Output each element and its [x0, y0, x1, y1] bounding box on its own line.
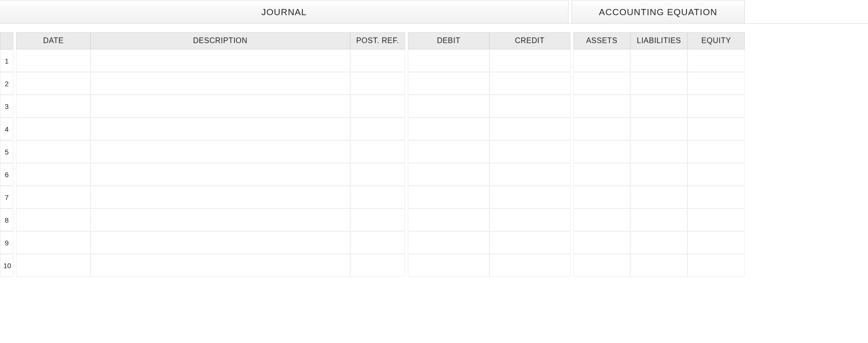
cell-assets[interactable]: [573, 140, 631, 163]
cell-description[interactable]: [90, 231, 350, 254]
cell-date[interactable]: [16, 254, 90, 277]
cell-date[interactable]: [16, 231, 90, 254]
cell-description[interactable]: [90, 117, 350, 140]
cell-liabilities[interactable]: [630, 49, 687, 72]
cell-equity[interactable]: [687, 49, 745, 72]
tab-accounting-equation[interactable]: ACCOUNTING EQUATION: [571, 0, 745, 23]
cell-assets[interactable]: [573, 49, 631, 72]
tab-journal[interactable]: JOURNAL: [0, 0, 569, 23]
cell-post-ref[interactable]: [350, 95, 406, 117]
cell-liabilities[interactable]: [630, 140, 687, 163]
cell-post-ref[interactable]: [350, 254, 406, 277]
cell-post-ref[interactable]: [350, 72, 406, 95]
cell-description[interactable]: [90, 186, 350, 208]
table-row: 7: [0, 186, 745, 208]
cell-post-ref[interactable]: [350, 231, 406, 254]
cell-date[interactable]: [16, 72, 90, 95]
cell-credit[interactable]: [489, 95, 570, 117]
cell-debit[interactable]: [408, 72, 489, 95]
cell-assets[interactable]: [573, 254, 631, 277]
header-equity[interactable]: EQUITY: [687, 32, 745, 49]
header-liabilities[interactable]: LIABILITIES: [630, 32, 687, 49]
header-debit[interactable]: DEBIT: [408, 32, 489, 49]
cell-credit[interactable]: [489, 163, 570, 186]
table-row: 4: [0, 117, 745, 140]
cell-liabilities[interactable]: [630, 163, 687, 186]
cell-equity[interactable]: [687, 163, 745, 186]
cell-assets[interactable]: [573, 95, 631, 117]
cell-credit[interactable]: [489, 208, 570, 231]
row-number: 7: [0, 186, 13, 208]
cell-post-ref[interactable]: [350, 208, 406, 231]
cell-description[interactable]: [90, 163, 350, 186]
cell-description[interactable]: [90, 140, 350, 163]
cell-liabilities[interactable]: [630, 208, 687, 231]
header-post-ref[interactable]: POST. REF.: [350, 32, 406, 49]
cell-description[interactable]: [90, 49, 350, 72]
cell-date[interactable]: [16, 117, 90, 140]
cell-liabilities[interactable]: [630, 72, 687, 95]
cell-date[interactable]: [16, 186, 90, 208]
cell-liabilities[interactable]: [630, 117, 687, 140]
cell-debit[interactable]: [408, 231, 489, 254]
cell-date[interactable]: [16, 208, 90, 231]
cell-post-ref[interactable]: [350, 186, 406, 208]
cell-debit[interactable]: [408, 117, 489, 140]
cell-equity[interactable]: [687, 208, 745, 231]
cell-assets[interactable]: [573, 117, 631, 140]
cell-credit[interactable]: [489, 186, 570, 208]
cell-debit[interactable]: [408, 49, 489, 72]
cell-debit[interactable]: [408, 95, 489, 117]
table-row: 3: [0, 95, 745, 117]
cell-liabilities[interactable]: [630, 95, 687, 117]
cell-equity[interactable]: [687, 72, 745, 95]
header-date[interactable]: DATE: [16, 32, 90, 49]
header-assets[interactable]: ASSETS: [573, 32, 631, 49]
cell-equity[interactable]: [687, 186, 745, 208]
cell-liabilities[interactable]: [630, 231, 687, 254]
cell-liabilities[interactable]: [630, 186, 687, 208]
cell-equity[interactable]: [687, 231, 745, 254]
cell-liabilities[interactable]: [630, 254, 687, 277]
row-number: 5: [0, 140, 13, 163]
cell-credit[interactable]: [489, 254, 570, 277]
cell-equity[interactable]: [687, 95, 745, 117]
cell-date[interactable]: [16, 49, 90, 72]
cell-credit[interactable]: [489, 140, 570, 163]
cell-date[interactable]: [16, 140, 90, 163]
cell-description[interactable]: [90, 208, 350, 231]
row-number: 1: [0, 49, 13, 72]
table-row: 6: [0, 163, 745, 186]
cell-credit[interactable]: [489, 49, 570, 72]
cell-debit[interactable]: [408, 254, 489, 277]
cell-debit[interactable]: [408, 163, 489, 186]
cell-description[interactable]: [90, 72, 350, 95]
cell-debit[interactable]: [408, 186, 489, 208]
cell-assets[interactable]: [573, 231, 631, 254]
row-number: 8: [0, 208, 13, 231]
cell-date[interactable]: [16, 163, 90, 186]
cell-credit[interactable]: [489, 231, 570, 254]
cell-assets[interactable]: [573, 208, 631, 231]
cell-equity[interactable]: [687, 254, 745, 277]
table-row: 5: [0, 140, 745, 163]
cell-assets[interactable]: [573, 186, 631, 208]
cell-post-ref[interactable]: [350, 117, 406, 140]
cell-assets[interactable]: [573, 163, 631, 186]
cell-credit[interactable]: [489, 72, 570, 95]
cell-equity[interactable]: [687, 140, 745, 163]
cell-debit[interactable]: [408, 208, 489, 231]
header-description[interactable]: DESCRIPTION: [90, 32, 350, 49]
column-header-row: DATE DESCRIPTION POST. REF. DEBIT CREDIT…: [0, 32, 745, 49]
cell-date[interactable]: [16, 95, 90, 117]
cell-equity[interactable]: [687, 117, 745, 140]
header-credit[interactable]: CREDIT: [489, 32, 570, 49]
cell-post-ref[interactable]: [350, 140, 406, 163]
cell-post-ref[interactable]: [350, 163, 406, 186]
cell-description[interactable]: [90, 95, 350, 117]
cell-post-ref[interactable]: [350, 49, 406, 72]
cell-debit[interactable]: [408, 140, 489, 163]
cell-assets[interactable]: [573, 72, 631, 95]
cell-description[interactable]: [90, 254, 350, 277]
cell-credit[interactable]: [489, 117, 570, 140]
